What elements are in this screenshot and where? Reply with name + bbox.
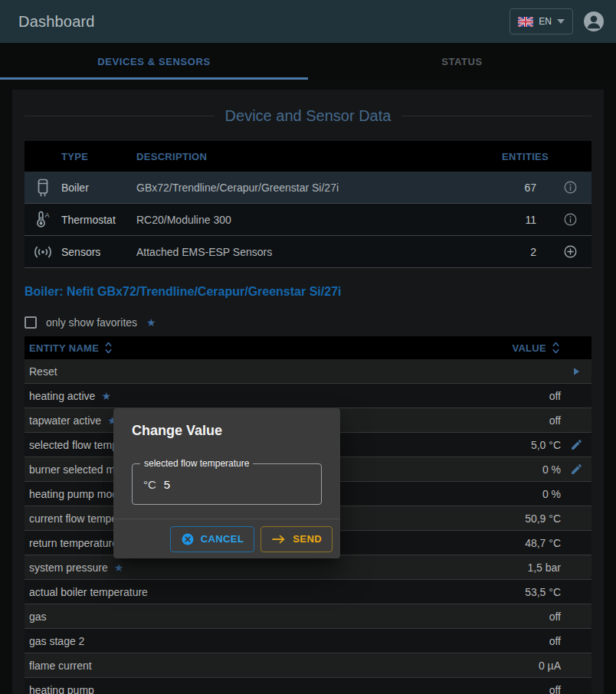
dialog-actions: CANCEL SEND bbox=[113, 519, 340, 558]
send-arrow-icon bbox=[271, 533, 287, 545]
change-value-dialog: Change Value selected flow temperature °… bbox=[113, 408, 340, 558]
cancel-icon bbox=[181, 532, 195, 546]
value-input-field[interactable]: selected flow temperature °C 5 bbox=[132, 463, 322, 505]
cancel-label: CANCEL bbox=[201, 533, 244, 545]
dialog-title: Change Value bbox=[113, 408, 340, 450]
field-label: selected flow temperature bbox=[140, 458, 253, 469]
unit-adornment: °C bbox=[143, 478, 156, 491]
send-button[interactable]: SEND bbox=[260, 526, 333, 552]
field-value: 5 bbox=[164, 478, 170, 491]
cancel-button[interactable]: CANCEL bbox=[170, 526, 255, 552]
app-root: Dashboard EN bbox=[0, 0, 616, 694]
send-label: SEND bbox=[293, 533, 322, 545]
modal-backdrop[interactable] bbox=[0, 0, 616, 694]
